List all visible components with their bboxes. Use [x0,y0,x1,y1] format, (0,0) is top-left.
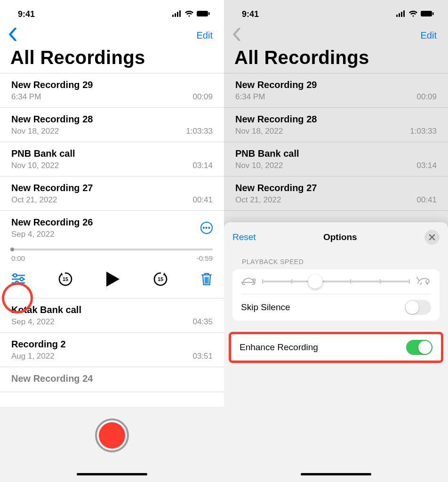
status-bar: 9:41 [0,0,224,24]
options-title: Options [323,232,357,242]
svg-text:15: 15 [63,276,68,282]
svg-rect-21 [421,11,432,16]
edit-button[interactable]: Edit [197,30,213,41]
recording-title: New Recording 28 [11,114,213,125]
cellular-icon [396,9,406,19]
svg-rect-22 [432,12,434,15]
home-indicator[interactable] [301,473,371,475]
status-time: 9:41 [242,9,259,19]
svg-rect-18 [399,13,400,17]
speed-slider-thumb[interactable] [308,274,322,289]
svg-rect-19 [401,12,402,17]
recording-title: New Recording 26 [11,217,93,228]
recording-row[interactable]: Recording 2 Aug 1, 2022 03:51 [0,333,224,367]
skip-forward-15-button[interactable]: 15 [152,271,168,287]
skip-silence-label: Skip Silence [241,302,290,313]
back-button[interactable] [232,28,241,43]
recording-title: Kotak Bank call [11,305,213,315]
svg-rect-0 [172,15,174,17]
reset-button[interactable]: Reset [232,232,256,242]
recording-duration: 1:03:33 [186,127,213,136]
recording-row[interactable]: New Recording 29 6:34 PM 00:09 [0,73,224,108]
svg-rect-4 [197,11,208,16]
recording-duration: 03:14 [192,161,213,170]
recording-duration: 00:41 [192,195,213,205]
speed-slider[interactable] [263,281,409,282]
recording-duration: 04:35 [192,317,213,327]
playback-scrubber[interactable] [11,249,213,250]
nav-bar: Edit [224,24,448,44]
recording-title: New Recording 27 [235,183,437,193]
svg-text:15: 15 [158,276,163,282]
back-button[interactable] [8,28,17,43]
recording-subtitle: Oct 21, 2022 [11,195,57,205]
recording-duration: 00:09 [192,92,213,102]
recording-title: PNB Bank call [11,148,213,159]
playback-options-button[interactable] [11,273,25,285]
record-button-inner [99,422,125,449]
recording-duration: 00:41 [416,195,437,205]
svg-point-23 [253,279,256,281]
record-button[interactable] [95,418,129,452]
nav-bar: Edit [0,24,224,44]
options-sheet: Reset Options PLAYBACK SPEED [224,222,448,482]
recording-subtitle: Nov 18, 2022 [11,127,59,136]
skip-silence-row: Skip Silence [241,294,431,321]
svg-rect-5 [208,12,210,15]
close-button[interactable] [424,230,440,245]
cellular-icon [172,9,182,19]
speed-slider-row [241,269,431,294]
record-footer [0,407,224,482]
recording-row[interactable]: New Recording 29 6:34 PM 00:09 [224,73,448,108]
wifi-icon [184,9,194,19]
enhance-highlight: Enhance Recording [229,332,443,363]
svg-rect-2 [177,12,178,17]
battery-icon [197,9,210,19]
more-options-button[interactable]: ••• [200,222,213,234]
delete-button[interactable] [200,272,213,286]
recording-title: PNB Bank call [235,148,437,159]
recording-title: New Recording 29 [235,80,437,90]
status-bar: 9:41 [224,0,448,24]
recording-title: New Recording 29 [11,80,213,90]
enhance-recording-label: Enhance Recording [240,342,318,353]
svg-rect-3 [179,10,181,17]
page-title: All Recordings [224,44,448,73]
recording-row[interactable]: PNB Bank call Nov 10, 2022 03:14 [0,142,224,177]
recording-title: New Recording 28 [235,114,437,125]
recording-subtitle: Nov 10, 2022 [235,161,283,170]
recording-duration: 1:03:33 [410,127,437,136]
recording-row-expanded[interactable]: New Recording 26 Sep 4, 2022 ••• 0:00 -0… [0,211,224,298]
page-title: All Recordings [0,44,224,73]
status-time: 9:41 [18,9,35,19]
recording-row[interactable]: Kotak Bank call Sep 4, 2022 04:35 [0,298,224,333]
recording-subtitle: Nov 10, 2022 [11,161,59,170]
recording-subtitle: Sep 4, 2022 [11,317,55,327]
recording-row[interactable]: New Recording 28 Nov 18, 2022 1:03:33 [0,108,224,142]
recording-row[interactable]: New Recording 27 Oct 21, 2022 00:41 [224,177,448,211]
recording-title: New Recording 27 [11,183,213,193]
elapsed-time: 0:00 [11,254,25,262]
recording-title: New Recording 24 [11,373,213,384]
svg-rect-20 [403,10,405,17]
hare-icon [416,276,431,287]
recording-title: Recording 2 [11,339,213,350]
skip-silence-toggle[interactable] [405,300,431,315]
status-indicators [172,9,210,19]
recording-duration: 03:51 [192,352,213,361]
recording-duration: 00:09 [416,92,437,102]
recording-row[interactable]: PNB Bank call Nov 10, 2022 03:14 [224,142,448,177]
tortoise-icon [241,276,256,287]
play-button[interactable] [105,271,120,288]
recording-row[interactable]: New Recording 24 [0,367,224,392]
svg-rect-17 [396,15,398,17]
home-indicator[interactable] [77,473,147,475]
recording-row[interactable]: New Recording 28 Nov 18, 2022 1:03:33 [224,108,448,142]
remaining-time: -0:59 [197,254,213,262]
playback-card: Skip Silence [232,269,440,321]
recording-row[interactable]: New Recording 27 Oct 21, 2022 00:41 [0,177,224,211]
edit-button[interactable]: Edit [421,30,437,41]
skip-back-15-button[interactable]: 15 [57,271,73,287]
enhance-recording-toggle[interactable] [406,340,432,355]
svg-point-11 [16,281,19,285]
